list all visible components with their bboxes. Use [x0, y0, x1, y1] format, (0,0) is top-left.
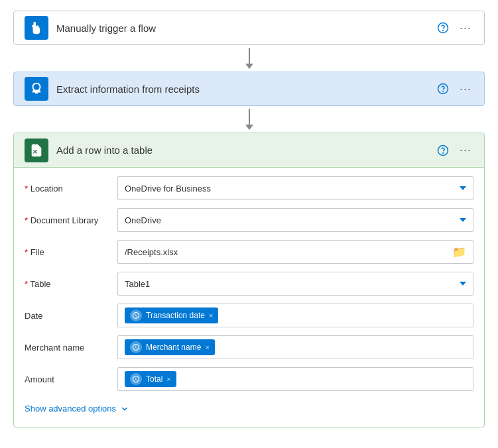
file-label: File — [25, 247, 117, 257]
trigger-more-button[interactable]: ··· — [458, 20, 473, 36]
date-label: Date — [25, 311, 117, 321]
excel-step-icon — [25, 139, 48, 162]
show-advanced-label: Show advanced options — [25, 404, 116, 414]
extract-step-actions: ··· — [435, 81, 473, 97]
chevron-down-icon — [120, 404, 129, 414]
arrow-head-1 — [245, 64, 253, 69]
document-library-label: Document Library — [25, 215, 117, 225]
show-advanced-button[interactable]: Show advanced options — [25, 398, 129, 416]
amount-token-chip: Total × — [125, 371, 176, 387]
trigger-step-icon — [25, 16, 48, 40]
location-chevron-icon — [460, 186, 466, 190]
file-field-row: File /Receipts.xlsx 📁 — [25, 239, 473, 264]
excel-step-body: Location OneDrive for Business Document … — [14, 168, 484, 427]
trigger-help-button[interactable] — [435, 20, 451, 36]
location-label: Location — [25, 184, 117, 194]
merchant-name-field-row: Merchant name Merchant name × — [25, 335, 473, 360]
extract-more-button[interactable]: ··· — [458, 81, 473, 97]
amount-token-label: Total — [146, 374, 162, 384]
merchant-name-token-close[interactable]: × — [205, 343, 209, 351]
arrow-line-1 — [249, 48, 250, 64]
date-field-row: Date Transaction date × — [25, 303, 473, 328]
folder-icon: 📁 — [452, 245, 466, 259]
amount-field-row: Amount Total × — [25, 366, 473, 392]
amount-token-icon — [130, 373, 142, 385]
table-label: Table — [25, 279, 117, 289]
extract-step-card: Extract information from receipts ··· — [13, 72, 485, 106]
excel-step-actions: ··· — [435, 142, 473, 158]
svg-point-5 — [443, 152, 444, 153]
location-dropdown[interactable]: OneDrive for Business — [117, 176, 473, 200]
trigger-step-title: Manually trigger a flow — [56, 23, 435, 34]
table-dropdown[interactable]: Table1 — [117, 272, 473, 296]
document-library-value: OneDrive — [125, 215, 161, 225]
date-token-chip: Transaction date × — [125, 308, 218, 323]
excel-more-button[interactable]: ··· — [458, 142, 473, 158]
amount-token-close[interactable]: × — [166, 375, 170, 383]
extract-step-icon — [25, 77, 48, 101]
date-token-icon — [130, 309, 142, 321]
date-input[interactable]: Transaction date × — [117, 304, 473, 327]
svg-point-1 — [443, 30, 444, 30]
excel-icon — [29, 143, 44, 158]
document-library-field-row: Document Library OneDrive — [25, 207, 473, 233]
table-value: Table1 — [125, 279, 150, 289]
arrow-head-2 — [245, 125, 253, 130]
merchant-name-label: Merchant name — [25, 343, 117, 353]
hand-icon — [29, 21, 44, 35]
brain-icon — [29, 82, 44, 96]
table-field-row: Table Table1 — [25, 271, 473, 296]
extract-step-title: Extract information from receipts — [56, 84, 435, 95]
excel-step-expanded-card: Add a row into a table ··· Location OneD… — [13, 133, 485, 427]
svg-point-3 — [443, 91, 444, 91]
trigger-step-actions: ··· — [435, 20, 473, 36]
document-library-dropdown[interactable]: OneDrive — [117, 208, 473, 232]
merchant-token-icon — [130, 341, 142, 353]
arrow-line-2 — [249, 109, 250, 125]
excel-step-title: Add a row into a table — [56, 144, 435, 156]
date-token-label: Transaction date — [146, 311, 205, 320]
file-value: /Receipts.xlsx — [125, 247, 178, 257]
excel-step-header: Add a row into a table ··· — [14, 133, 484, 168]
arrow-2 — [245, 106, 253, 133]
arrow-1 — [245, 45, 253, 72]
file-input[interactable]: /Receipts.xlsx 📁 — [117, 240, 473, 264]
merchant-name-token-label: Merchant name — [146, 343, 201, 352]
merchant-name-token-chip: Merchant name × — [125, 339, 215, 355]
amount-input[interactable]: Total × — [117, 367, 473, 391]
merchant-name-input[interactable]: Merchant name × — [117, 335, 473, 359]
table-chevron-icon — [460, 282, 466, 286]
location-value: OneDrive for Business — [125, 184, 211, 194]
extract-help-button[interactable] — [435, 81, 451, 97]
location-field-row: Location OneDrive for Business — [25, 176, 473, 201]
amount-label: Amount — [25, 374, 117, 384]
document-library-chevron-icon — [460, 218, 466, 222]
trigger-step-card: Manually trigger a flow ··· — [13, 11, 485, 45]
excel-help-button[interactable] — [435, 142, 451, 158]
date-token-close[interactable]: × — [209, 311, 213, 319]
